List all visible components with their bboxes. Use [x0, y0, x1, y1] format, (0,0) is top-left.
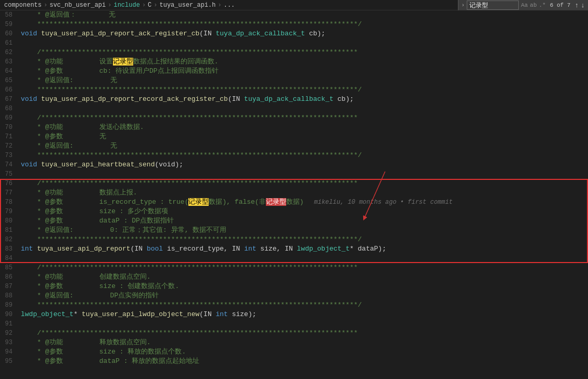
code-line: 73 *************************************… [0, 151, 588, 160]
line-content: /***************************************… [19, 113, 588, 123]
line-content: * @返回值: DP点实例的指针 [19, 291, 588, 300]
line-content: ****************************************… [19, 300, 588, 310]
code-line: 87 * @参数 size : 创建数据点个数. [0, 282, 588, 291]
line-content: * @参数 is_record_type : true(记录型数据), fals… [19, 198, 588, 207]
line-number: 70 [0, 123, 19, 132]
line-content: /***************************************… [19, 179, 588, 188]
breadcrumb-sep: › [154, 2, 157, 9]
code-line: 79 * @参数 size : 多少个数据项 [0, 207, 588, 216]
line-number: 72 [0, 141, 19, 151]
code-line: 58 * @返回值： 无 [0, 10, 588, 20]
line-number: 71 [0, 132, 19, 141]
match-count: 6 of 7 [550, 2, 571, 8]
line-content: void tuya_user_api_heartbeat_send(void); [19, 160, 588, 169]
line-content: /***************************************… [19, 263, 588, 272]
line-content: * @参数 dataP : DP点数据指针 [19, 216, 588, 226]
line-content: * @功能 设置记录型数据点上报结果的回调函数. [19, 57, 588, 67]
line-number: 76 [0, 179, 19, 188]
line-number: 92 [0, 329, 19, 338]
line-number: 79 [0, 207, 19, 216]
search-input[interactable] [467, 1, 519, 10]
breadcrumb-part: tuya_user_api.h [159, 2, 215, 9]
code-line: 76 /************************************… [0, 179, 588, 188]
breadcrumb-sep: › [218, 2, 222, 9]
prev-match-button[interactable]: ↑ [574, 2, 579, 9]
line-number: 65 [0, 76, 19, 85]
line-number: 60 [0, 29, 19, 38]
search-bar: › Aa ab .* 6 of 7 ↑ ↓ [458, 0, 588, 10]
search-option-ab[interactable]: ab [530, 2, 536, 8]
line-content: lwdp_object_t* tuya_user_api_lwdp_object… [19, 310, 588, 319]
code-line: 85 /************************************… [0, 263, 588, 272]
line-number: 64 [0, 67, 19, 76]
line-number: 61 [0, 38, 19, 48]
line-content: * @参数 size : 释放的数据点个数. [19, 347, 588, 357]
line-content: * @返回值: 无 [19, 76, 588, 85]
code-line: 62 /************************************… [0, 48, 588, 57]
line-number: 59 [0, 20, 19, 29]
line-number: 81 [0, 226, 19, 235]
line-number: 80 [0, 216, 19, 226]
line-number: 83 [0, 244, 19, 254]
code-line: 59 *************************************… [0, 20, 588, 29]
next-match-button[interactable]: ↓ [581, 2, 585, 9]
line-number: 91 [0, 319, 19, 329]
search-option-aa[interactable]: Aa [521, 2, 528, 8]
line-number: 67 [0, 95, 19, 104]
line-number: 75 [0, 169, 19, 179]
breadcrumb-part: components [4, 2, 42, 9]
line-content: * @返回值: 无 [19, 141, 588, 151]
code-line: 80 * @参数 dataP : DP点数据指针 [0, 216, 588, 226]
line-number: 82 [0, 235, 19, 244]
line-content: /***************************************… [19, 329, 588, 338]
breadcrumb-part: include [113, 2, 139, 9]
code-line: 77 * @功能 数据点上报. [0, 188, 588, 198]
line-number: 94 [0, 347, 19, 357]
line-number: 93 [0, 338, 19, 347]
line-number: 58 [0, 10, 19, 20]
code-line: 66 *************************************… [0, 85, 588, 95]
line-number: 73 [0, 151, 19, 160]
line-content: /***************************************… [19, 48, 588, 57]
line-number: 89 [0, 300, 19, 310]
line-number: 63 [0, 57, 19, 67]
code-line: 90lwdp_object_t* tuya_user_api_lwdp_obje… [0, 310, 588, 319]
line-content: * @返回值: 0: 正常；其它值: 异常, 数据不可用 [19, 226, 588, 235]
line-content: ****************************************… [19, 235, 588, 244]
line-content: ****************************************… [19, 151, 588, 160]
line-content: * @返回值： 无 [19, 10, 588, 20]
line-content: * @功能 释放数据点空间. [19, 338, 588, 347]
line-number: 78 [0, 198, 19, 207]
breadcrumb: components › svc_nb_user_api › include ›… [0, 0, 588, 10]
line-number: 62 [0, 48, 19, 57]
search-option-regex[interactable]: .* [539, 2, 546, 8]
line-content: * @参数 size : 创建数据点个数. [19, 282, 588, 291]
line-number: 69 [0, 113, 19, 123]
breadcrumb-sep: › [44, 2, 47, 9]
line-number: 88 [0, 291, 19, 300]
code-line: 72 * @返回值: 无 [0, 141, 588, 151]
code-line: 68 [0, 104, 588, 113]
expand-icon[interactable]: › [462, 2, 465, 8]
code-line: 64 * @参数 cb: 待设置用户DP点上报回调函数指针 [0, 67, 588, 76]
code-line: 86 * @功能 创建数据点空间. [0, 272, 588, 282]
line-number: 68 [0, 104, 19, 113]
breadcrumb-part: C [148, 2, 151, 9]
code-line: 69 /************************************… [0, 113, 588, 123]
line-content: ****************************************… [19, 85, 588, 95]
line-number: 95 [0, 357, 19, 366]
line-content: int tuya_user_api_dp_report(IN bool is_r… [19, 244, 588, 254]
line-content: * @参数 无 [19, 132, 588, 141]
breadcrumb-sep: › [108, 2, 111, 9]
code-line: 92 /************************************… [0, 329, 588, 338]
line-number: 66 [0, 85, 19, 95]
line-number: 90 [0, 310, 19, 319]
git-blame: mikeliu, 10 months ago • first commit [314, 199, 452, 206]
code-lines: 58 * @返回值： 无59 *************************… [0, 10, 588, 366]
code-line: 91 [0, 319, 588, 329]
code-line: 95 * @参数 dataP : 释放的数据点起始地址 [0, 357, 588, 366]
breadcrumb-part: svc_nb_user_api [49, 2, 106, 9]
line-content: ****************************************… [19, 20, 588, 29]
code-line: 89 *************************************… [0, 300, 588, 310]
line-number: 84 [0, 254, 19, 263]
